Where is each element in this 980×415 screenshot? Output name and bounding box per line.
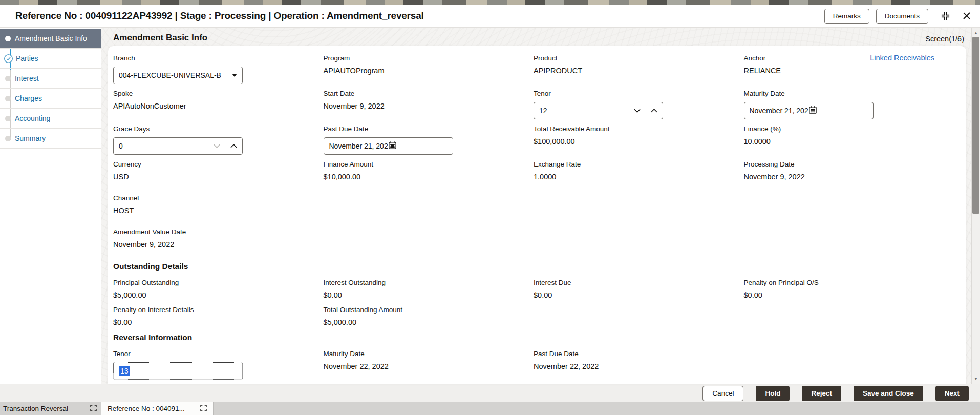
field-reversal-past-due-date: Past Due Date November 22, 2022 (534, 350, 744, 380)
step-bullet-icon (5, 136, 11, 141)
field-tenor: Tenor 12 (534, 90, 744, 119)
chevron-down-icon[interactable] (214, 144, 220, 148)
step-bullet-icon (5, 96, 11, 101)
grace-days-stepper[interactable]: 0 (113, 137, 243, 155)
interest-due-value: $0.00 (534, 291, 744, 299)
step-bullet-icon (5, 116, 11, 121)
sidebar-item-label: Charges (15, 94, 42, 102)
step-active-bullet-icon (5, 36, 11, 42)
save-and-close-button[interactable]: Save and Close (854, 386, 923, 401)
expand-icon[interactable] (200, 405, 207, 413)
past-due-date-value: November 21, 2022 (329, 142, 389, 150)
branch-label: Branch (113, 54, 324, 62)
interest-outstanding-value: $0.00 (324, 291, 534, 299)
finance-amount-value: $10,000.00 (324, 173, 534, 181)
field-amendment-value-date: Amendment Value Date November 9, 2022 (113, 228, 324, 248)
total-outstanding-value: $5,000.00 (324, 318, 534, 326)
collapse-icon[interactable] (941, 11, 950, 21)
sidebar-item-label: Accounting (15, 114, 50, 122)
reversal-maturity-date-value: November 22, 2022 (324, 362, 534, 370)
documents-button[interactable]: Documents (876, 9, 928, 24)
outstanding-details-heading: Outstanding Details (113, 262, 954, 271)
dropdown-caret-icon (232, 74, 237, 77)
chevron-up-icon[interactable] (230, 144, 237, 148)
reversal-information-heading: Reversal Information (113, 333, 954, 342)
linked-receivables-link[interactable]: Linked Receivables (870, 54, 934, 62)
taskbar-item-transaction-reversal[interactable]: Transaction Reversal (0, 402, 101, 415)
sidebar-item-interest[interactable]: Interest (0, 69, 101, 89)
branch-value: 004-FLEXCUBE-UNIVERSAL-B (119, 71, 229, 79)
start-date-value: November 9, 2022 (324, 102, 534, 110)
expand-icon[interactable] (90, 405, 97, 413)
field-processing-date: Processing Date November 9, 2022 (744, 160, 954, 181)
window-title: Reference No : 004091122AP43992 | Stage … (15, 10, 818, 22)
taskbar-item-reference-no[interactable]: Reference No : 004091... (101, 402, 214, 415)
close-icon[interactable] (963, 12, 971, 20)
scroll-up-icon[interactable]: ▲ (972, 29, 980, 37)
field-interest-outstanding: Interest Outstanding $0.00 (324, 279, 534, 299)
anchor-value: RELIANCE (744, 67, 954, 75)
transaction-window: Reference No : 004091122AP43992 | Stage … (0, 5, 980, 402)
check-circle-icon (4, 54, 13, 64)
penalty-on-interest-value: $0.00 (113, 318, 324, 326)
field-penalty-on-interest: Penalty on Interest Details $0.00 (113, 306, 324, 326)
calendar-icon[interactable] (388, 141, 448, 151)
branch-select[interactable]: 004-FLEXCUBE-UNIVERSAL-B (113, 67, 243, 84)
taskbar: Transaction Reversal Reference No : 0040… (0, 402, 980, 415)
screen-indicator: Screen(1/6) (925, 35, 964, 43)
next-button[interactable]: Next (935, 386, 969, 401)
sidebar-item-charges[interactable]: Charges (0, 89, 101, 109)
maturity-date-input[interactable]: November 21, 2022 (744, 102, 874, 119)
field-past-due-date: Past Due Date November 21, 2022 (324, 125, 534, 155)
tenor-stepper[interactable]: 12 (534, 102, 663, 119)
currency-value: USD (113, 173, 324, 181)
field-currency: Currency USD (113, 160, 324, 181)
desktop-background-strip (0, 0, 980, 5)
field-reversal-maturity-date: Maturity Date November 22, 2022 (324, 350, 534, 380)
field-total-receivable-amount: Total Receivable Amount $100,000.00 (534, 125, 744, 155)
field-finance-pct: Finance (%) 10.0000 (744, 125, 954, 155)
main-content: Amendment Basic Info Screen(1/6) Linked … (101, 28, 971, 384)
remarks-button[interactable]: Remarks (824, 9, 869, 24)
penalty-on-principal-value: $0.00 (744, 291, 954, 299)
field-principal-outstanding: Principal Outstanding $5,000.00 (113, 279, 324, 299)
scroll-down-icon[interactable]: ▼ (972, 375, 980, 383)
field-exchange-rate: Exchange Rate 1.0000 (534, 160, 744, 181)
processing-date-value: November 9, 2022 (744, 173, 954, 181)
cancel-button[interactable]: Cancel (702, 386, 743, 401)
reversal-tenor-input[interactable]: 13 (113, 362, 243, 380)
chevron-down-icon[interactable] (634, 109, 641, 113)
principal-outstanding-value: $5,000.00 (113, 291, 324, 299)
exchange-rate-value: 1.0000 (534, 173, 744, 181)
field-product: Product APIPRODUCT (534, 54, 744, 84)
field-interest-due: Interest Due $0.00 (534, 279, 744, 299)
form-card: Linked Receivables Branch 004-FLEXCUBE-U… (108, 46, 966, 384)
vertical-scrollbar[interactable]: ▲ ▼ (971, 28, 980, 384)
field-penalty-on-principal: Penalty on Principal O/S $0.00 (744, 279, 954, 299)
product-value: APIPRODUCT (534, 67, 744, 75)
field-reversal-tenor: Tenor 13 (113, 350, 324, 380)
reject-button[interactable]: Reject (802, 386, 841, 401)
reversal-past-due-date-value: November 22, 2022 (534, 362, 744, 370)
sidebar-item-parties[interactable]: Parties (0, 49, 101, 69)
maturity-date-value: November 21, 2022 (750, 107, 809, 115)
field-start-date: Start Date November 9, 2022 (324, 90, 534, 119)
field-maturity-date: Maturity Date November 21, 2022 (744, 90, 954, 119)
hold-button[interactable]: Hold (756, 386, 790, 401)
field-grace-days: Grace Days 0 (113, 125, 324, 155)
scrollbar-thumb[interactable] (972, 37, 979, 214)
spoke-value: APIAutoNonCustomer (113, 102, 324, 110)
sidebar-item-amendment-basic-info[interactable]: Amendment Basic Info (0, 29, 101, 49)
sidebar-item-accounting[interactable]: Accounting (0, 109, 101, 129)
step-bullet-icon (5, 76, 11, 81)
chevron-up-icon[interactable] (651, 109, 657, 113)
page-title: Amendment Basic Info (113, 33, 207, 43)
sidebar-item-label: Interest (15, 74, 39, 82)
past-due-date-input[interactable]: November 21, 2022 (324, 137, 453, 155)
calendar-icon[interactable] (808, 106, 868, 116)
sidebar-item-summary[interactable]: Summary (0, 129, 101, 149)
tenor-value: 12 (539, 107, 624, 115)
field-branch: Branch 004-FLEXCUBE-UNIVERSAL-B (113, 54, 324, 84)
wizard-sidebar: Amendment Basic Info Parties Interest Ch… (0, 28, 101, 384)
sidebar-item-label: Amendment Basic Info (15, 34, 87, 43)
